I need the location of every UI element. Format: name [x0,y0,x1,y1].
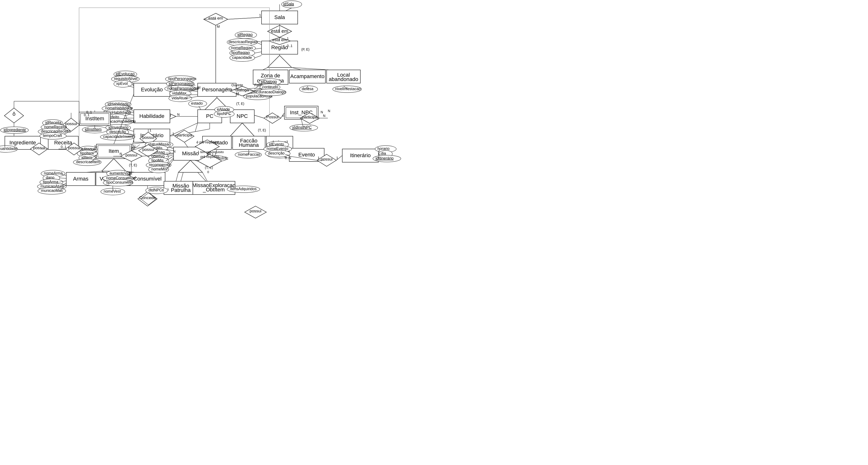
possui-institem-label: possui [65,122,77,126]
possui-bottom-label: possui [249,209,261,213]
consumivel-label: Consumível [133,176,161,182]
periculosidade-label: nivelInfestacao [335,87,361,91]
card-0n-evento: 0..N [285,156,291,160]
ouvinte-label: Ouvinte [231,83,243,87]
idregiao-label: idRegiao [238,33,253,37]
card-1-inv2: 1 [150,128,151,132]
evento-label: Evento [299,152,315,158]
card-1-itinerario: 1 [336,156,338,160]
dia-label: dia [381,151,386,155]
iditinerario-label: idItinerário [376,156,394,160]
possui-evento-label: possui [320,157,332,161]
participa-pc-label: participa [177,133,192,137]
missao-exploracao-label2: _ObtItem [203,187,225,193]
descricao-evt-label: descrição [268,151,285,155]
itinerario-label: Itinerário [350,152,371,158]
item-label: Item [109,148,119,154]
armas-label: Armas [73,176,89,182]
estado-label: estado [191,101,203,105]
regiao-pe-label: (P, E) [301,48,310,51]
o-label: ô [12,111,16,117]
nomevest-label: nomeVest [104,189,121,193]
missao-patrulha-label2: Patrulha [171,187,191,193]
prereq2-label: pré requisito [200,155,219,159]
esta-em-personagem-label: está em [209,16,223,21]
svg-rect-0 [0,0,868,465]
tipoconsumivel-label: tipoConsumível [106,180,133,184]
defesa-label: defesa [302,87,313,91]
personagem-te-label2: (T, E) [236,102,244,105]
participa-npc-label: participa [302,115,318,119]
card-N-instnpc3: N [320,110,323,114]
sala-label: Sala [274,14,285,20]
card-01-above: 0..1 [86,110,92,114]
npc-label: NPC [237,113,248,119]
capacidade-label: capacidade [232,56,252,60]
card-1-personagem-sala: 1 [259,13,261,17]
evolucao-label: Evolução [141,87,163,93]
card-n-receita: N [94,145,97,149]
missao-label: Missão [182,150,199,156]
requisitonivel-label: requisitoNível [114,76,137,81]
duracao-label: duracaoDialogo [259,90,286,94]
possui-inv-label: possui [142,135,154,140]
habilidade-label: Habilidade [139,113,164,119]
regiao-label: Região [271,44,288,51]
tipopersonagem-label: tipoPersonagem [168,76,196,81]
xidinstnpc-label: xIdInstNPC [292,125,312,129]
card-M-personagem-evol: M [198,86,200,89]
municaomax-label: municaoMax [41,188,63,193]
card-1-sala: 1 [287,37,289,40]
item-te-label: (T, E) [129,163,137,167]
vidaatual-label: vidaAtual [172,96,188,100]
idsala-label: idSala [283,2,294,6]
descricao-inv-label: descrição [110,130,126,134]
er-diagram: Sala idSala está em Região (P, E) idRegi… [0,0,868,465]
card-01-receita: 0..1 [61,145,66,149]
acampamento-label: Acampamento [290,73,324,79]
idinstitem-label: idInstItem [85,127,101,131]
vidamax-label: vidaMax [172,91,187,95]
card-1-ouvinte: 1 [226,87,228,91]
zero-label: 0 [207,170,209,174]
card-N-hab: N [177,113,180,117]
nomefaccao-label: nomeFaccao [238,152,260,156]
idevolu-label: idEvolucao [116,72,134,76]
tiponpc-line [228,115,230,115]
possui-npc-label: Possui [266,115,278,119]
xpevol-label: xpEvol [116,82,128,86]
conteudo-label: conteudo [262,85,278,89]
local-abandonado-label2: abandonado [329,76,358,82]
item-missao-possui-label: possui [125,153,137,157]
possui-ing-label: possui [33,146,45,150]
card-M-sala: M [217,25,220,28]
idingrediente-label: idIngrediente [4,128,26,132]
tem-prereq-label: 1 tem pré-requisito [198,150,224,154]
npc-te-label: (T, E) [258,128,266,132]
possui-receita-label: possui [68,146,80,150]
card-N2-item: N [120,152,122,156]
descricaoregiao-label: descricaoRegiao [228,40,257,44]
card-1-evol-right: 1 [170,86,172,89]
card-N-instnpc2: N [323,114,326,118]
tempocraft-label: tempoCraft [43,133,62,137]
idpersonagem-label: idPersonagem [169,82,193,86]
nomemis-label: nomeMis [151,167,167,171]
concede-label: Concede [139,195,156,200]
iddialogo-label: idDialogo [261,80,277,84]
card-01-regiao: 0..1 [287,44,292,48]
card-N-instnpc4: N [328,109,330,113]
pc-label: PC [206,113,214,119]
quantidade-label: quantidade [0,147,17,151]
descricaoitem-label: descricaoItem [76,160,100,164]
possui-item-label: possui [142,147,154,152]
card-n-instnpc: n [282,114,284,118]
card-M-dialoga: M [236,92,239,95]
card-1-evento: 1 [318,156,320,160]
tiponpc-label: tipoNPC [217,112,231,116]
ingrediente-label: Ingrediente [9,140,36,146]
horario-label: horario [377,147,390,151]
prereq-label: é pré-requisito [196,140,218,144]
card-N-missao: N [173,150,176,153]
faccao-label2: Humana [239,142,259,148]
